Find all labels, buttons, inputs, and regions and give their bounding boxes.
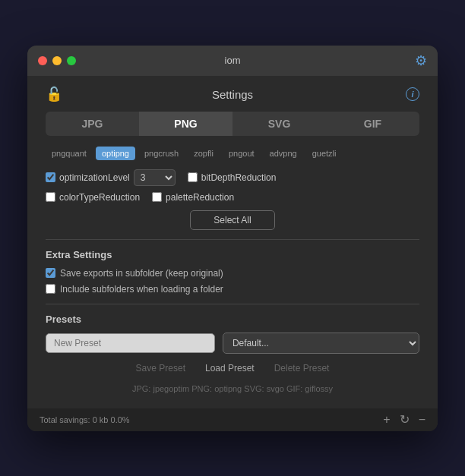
load-preset-button[interactable]: Load Preset bbox=[199, 360, 261, 377]
extra-settings-section: Extra Settings Save exports in subfolder… bbox=[46, 249, 419, 295]
presets-title: Presets bbox=[46, 314, 419, 325]
include-subfolders-label: Include subfolders when loading a folder bbox=[60, 284, 223, 295]
settings-title: Settings bbox=[212, 88, 253, 101]
subtool-pngout[interactable]: pngout bbox=[223, 147, 261, 160]
subtool-pngquant[interactable]: pngquant bbox=[46, 147, 93, 160]
subtool-tabs: pngquant optipng pngcrush zopfli pngout … bbox=[46, 147, 419, 160]
divider-1 bbox=[46, 239, 419, 240]
close-button[interactable] bbox=[38, 56, 47, 65]
save-preset-button[interactable]: Save Preset bbox=[130, 360, 191, 377]
minimize-button[interactable] bbox=[52, 56, 62, 65]
subtool-optipng[interactable]: optipng bbox=[96, 147, 135, 160]
include-subfolders-row: Include subfolders when loading a folder bbox=[46, 284, 419, 295]
delete-preset-button[interactable]: Delete Preset bbox=[268, 360, 336, 377]
option-palette: paletteReduction bbox=[152, 192, 234, 203]
tab-svg[interactable]: SVG bbox=[232, 112, 326, 136]
titlebar: iom ⚙ bbox=[27, 46, 438, 76]
tab-gif[interactable]: GIF bbox=[326, 112, 419, 136]
option-bit-depth: bitDepthReduction bbox=[188, 172, 277, 183]
presets-section: Presets Default... Save Preset Load Pres… bbox=[46, 314, 419, 377]
minus-button[interactable]: − bbox=[419, 414, 425, 426]
bit-depth-label: bitDepthReduction bbox=[201, 172, 277, 183]
new-preset-input[interactable] bbox=[46, 333, 215, 353]
tab-jpg[interactable]: JPG bbox=[46, 112, 139, 136]
option-color-type: colorTypeReduction bbox=[46, 192, 140, 203]
maximize-button[interactable] bbox=[67, 56, 76, 65]
footer-info: JPG: jpegoptim PNG: optipng SVG: svgo GI… bbox=[46, 384, 419, 393]
main-window: iom ⚙ 🔓 Settings i JPG PNG SVG GIF pngqu… bbox=[27, 46, 438, 431]
status-bar: Total savings: 0 kb 0.0% + ↻ − bbox=[27, 408, 438, 431]
preset-select[interactable]: Default... bbox=[223, 333, 419, 354]
subtool-guetzli[interactable]: guetzli bbox=[306, 147, 343, 160]
lock-icon: 🔓 bbox=[46, 86, 62, 102]
tab-png[interactable]: PNG bbox=[139, 112, 232, 136]
optimization-level-checkbox[interactable] bbox=[46, 172, 55, 182]
include-subfolders-checkbox[interactable] bbox=[46, 284, 55, 294]
settings-header: 🔓 Settings i bbox=[46, 88, 419, 101]
subtool-zopfli[interactable]: zopfli bbox=[188, 147, 220, 160]
info-icon[interactable]: i bbox=[406, 87, 419, 101]
select-all-button[interactable]: Select All bbox=[190, 210, 274, 230]
subfolder-checkbox[interactable] bbox=[46, 268, 55, 278]
presets-row: Default... bbox=[46, 333, 419, 354]
option-optimization-level: optimizationLevel 3 1 2 4 5 6 7 bbox=[46, 169, 176, 186]
options-row-2: colorTypeReduction paletteReduction bbox=[46, 192, 419, 203]
optimization-level-label: optimizationLevel bbox=[59, 172, 130, 183]
status-actions: + ↻ − bbox=[383, 414, 425, 426]
refresh-button[interactable]: ↻ bbox=[400, 414, 410, 426]
color-type-label: colorTypeReduction bbox=[59, 192, 140, 203]
presets-actions: Save Preset Load Preset Delete Preset bbox=[46, 360, 419, 377]
settings-icon[interactable]: ⚙ bbox=[415, 52, 427, 69]
traffic-lights bbox=[38, 56, 76, 65]
color-type-checkbox[interactable] bbox=[46, 192, 55, 202]
options-row-1: optimizationLevel 3 1 2 4 5 6 7 bitDepth… bbox=[46, 169, 419, 186]
format-tabs: JPG PNG SVG GIF bbox=[46, 112, 419, 136]
subtool-pngcrush[interactable]: pngcrush bbox=[138, 147, 185, 160]
add-button[interactable]: + bbox=[383, 414, 390, 426]
bit-depth-checkbox[interactable] bbox=[188, 172, 198, 182]
savings-text: Total savings: 0 kb 0.0% bbox=[40, 415, 130, 424]
subfolder-checkbox-row: Save exports in subfolder (keep original… bbox=[46, 268, 419, 279]
subfolder-label: Save exports in subfolder (keep original… bbox=[60, 268, 223, 279]
palette-label: paletteReduction bbox=[166, 192, 234, 203]
subtool-advpng[interactable]: advpng bbox=[264, 147, 303, 160]
divider-2 bbox=[46, 304, 419, 304]
optimization-level-select[interactable]: 3 1 2 4 5 6 7 bbox=[134, 169, 176, 186]
extra-settings-title: Extra Settings bbox=[46, 249, 419, 260]
palette-checkbox[interactable] bbox=[152, 192, 162, 202]
content-area: 🔓 Settings i JPG PNG SVG GIF pngquant op… bbox=[27, 76, 438, 408]
window-title: iom bbox=[225, 55, 241, 66]
